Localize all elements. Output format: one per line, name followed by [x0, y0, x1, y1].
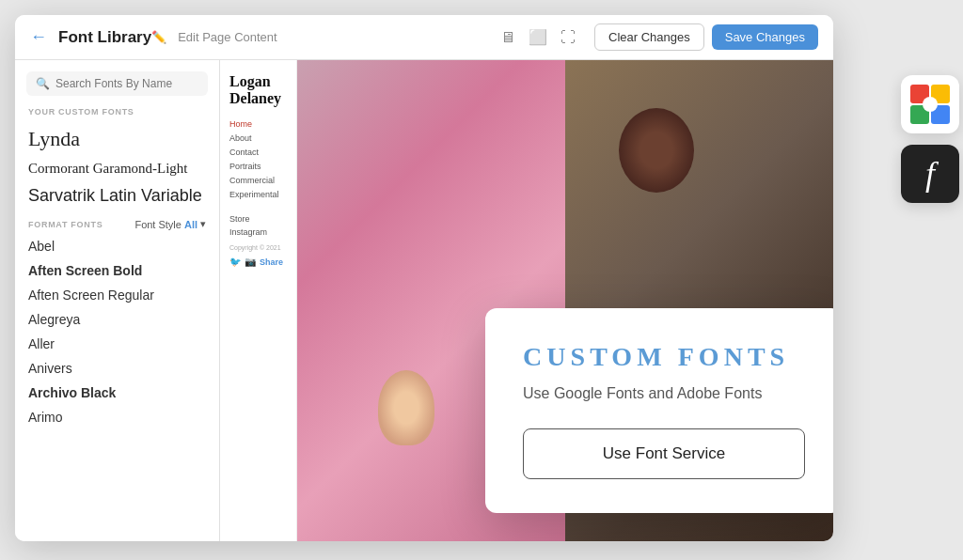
share-button[interactable]: Share — [260, 257, 283, 267]
overlay-card: CUSTOM FONTS Use Google Fonts and Adobe … — [485, 308, 833, 513]
monitor-icon[interactable]: 🖥 — [500, 29, 515, 46]
site-nav-portraits[interactable]: Portraits — [229, 162, 287, 171]
site-footer-store[interactable]: Store — [229, 214, 287, 224]
custom-font-lynda[interactable]: Lynda — [15, 122, 219, 156]
site-social: 🐦 📷 Share — [229, 257, 287, 267]
site-footer: Store Instagram — [229, 214, 287, 237]
format-row: FORMAT FONTS Font Style All ▾ — [15, 210, 219, 234]
save-changes-button[interactable]: Save Changes — [712, 24, 818, 50]
font-item-aften-bold[interactable]: Aften Screen Bold — [15, 258, 219, 283]
tablet-icon[interactable]: ⬜ — [529, 28, 547, 46]
overlay-subtitle: Use Google Fonts and Adobe Fonts — [523, 385, 805, 402]
main-area: 🔍 YOUR CUSTOM FONTS Lynda Cormorant Gara… — [15, 60, 833, 541]
panel-title: Font Library — [58, 28, 151, 47]
font-item-alegreya[interactable]: Alegreya — [15, 307, 219, 332]
svg-point-4 — [923, 97, 938, 112]
font-item-arimo[interactable]: Arimo — [15, 405, 219, 429]
site-footer-instagram[interactable]: Instagram — [229, 227, 287, 237]
overlay-title: CUSTOM FONTS — [523, 342, 805, 372]
clear-changes-button[interactable]: Clear Changes — [594, 23, 704, 51]
font-item-abel[interactable]: Abel — [15, 234, 219, 258]
sidebar: 🔍 YOUR CUSTOM FONTS Lynda Cormorant Gara… — [15, 60, 220, 541]
search-input[interactable] — [55, 77, 198, 90]
top-bar: ← Font Library ✏️ Edit Page Content 🖥 ⬜ … — [15, 15, 833, 60]
font-item-anivers[interactable]: Anivers — [15, 356, 219, 381]
edit-icon: ✏️ — [151, 30, 166, 44]
font-item-aller[interactable]: Aller — [15, 332, 219, 356]
font-item-aften-regular[interactable]: Aften Screen Regular — [15, 283, 219, 307]
adobe-f-letter: f — [925, 154, 935, 194]
use-font-service-button[interactable]: Use Font Service — [523, 428, 805, 479]
back-button[interactable]: ← — [30, 27, 47, 47]
side-icons: f — [901, 75, 959, 203]
site-nav-about[interactable]: About — [229, 133, 287, 143]
preview-area: Logan Delaney Home About Contact Portrai… — [220, 60, 833, 541]
custom-font-sarvatrik[interactable]: Sarvatrik Latin Variable — [15, 181, 219, 210]
site-sidebar: Logan Delaney Home About Contact Portrai… — [220, 60, 297, 541]
site-copyright: Copyright © 2021 — [229, 244, 287, 251]
browser-window: ← Font Library ✏️ Edit Page Content 🖥 ⬜ … — [15, 15, 833, 541]
custom-fonts-label: YOUR CUSTOM FONTS — [15, 107, 219, 122]
search-icon: 🔍 — [36, 77, 50, 90]
font-item-archivo-black[interactable]: Archivo Black — [15, 381, 219, 405]
site-nav-commercial[interactable]: Commercial — [229, 176, 287, 185]
toolbar-icons: 🖥 ⬜ ⛶ — [500, 28, 576, 46]
custom-font-cormorant[interactable]: Cormorant Garamond-Light — [15, 156, 219, 181]
site-nav-experimental[interactable]: Experimental — [229, 190, 287, 199]
adobe-fonts-icon[interactable]: f — [901, 145, 959, 203]
font-style-select[interactable]: Font Style All ▾ — [134, 218, 206, 230]
site-nav-home[interactable]: Home — [229, 119, 287, 129]
site-nav-contact[interactable]: Contact — [229, 148, 287, 157]
expand-icon[interactable]: ⛶ — [560, 29, 576, 46]
format-fonts-label: FORMAT FONTS — [28, 220, 103, 229]
edit-page-label: Edit Page Content — [178, 30, 277, 44]
search-box[interactable]: 🔍 — [26, 71, 208, 96]
twitter-icon[interactable]: 🐦 — [229, 257, 241, 267]
instagram-icon[interactable]: 📷 — [245, 257, 256, 267]
google-fonts-icon[interactable] — [901, 75, 959, 133]
site-name: Logan Delaney — [229, 73, 287, 106]
